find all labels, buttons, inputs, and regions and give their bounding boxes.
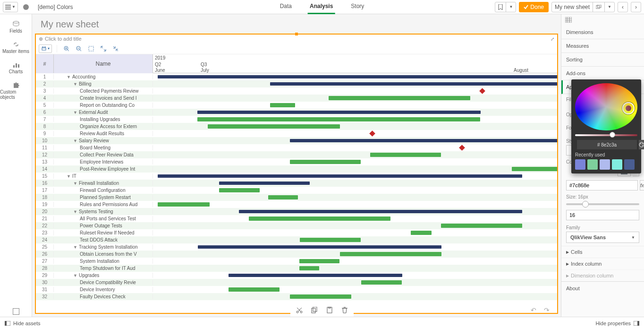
gantt-bar[interactable] (290, 294, 351, 299)
sheet-selector[interactable]: My new sheet ▼ (551, 2, 615, 12)
paste-button[interactable] (326, 307, 333, 313)
next-sheet-button[interactable]: › (631, 2, 641, 12)
gantt-bar[interactable] (158, 174, 522, 178)
table-row[interactable]: 28Temp Shutdown for IT Aud (36, 265, 557, 272)
gantt-bar[interactable] (441, 224, 522, 228)
gantt-bar[interactable] (158, 202, 210, 207)
table-row[interactable]: 21All Ports and Services Test (36, 215, 557, 222)
table-row[interactable]: 2▼Billing (36, 80, 557, 87)
opacity-slider[interactable] (575, 134, 637, 136)
caret-icon[interactable]: ▼ (73, 110, 77, 115)
undo-button[interactable]: ↶ (531, 306, 536, 314)
caret-icon[interactable]: ▼ (73, 139, 77, 143)
gantt-bar[interactable] (219, 188, 260, 192)
prev-sheet-button[interactable]: ‹ (618, 2, 628, 12)
table-icon[interactable] (565, 17, 572, 23)
size-input[interactable] (566, 210, 639, 220)
table-row[interactable]: 7Installing Upgrades (36, 116, 557, 123)
table-row[interactable]: 12Collect Peer Review Data (36, 151, 557, 158)
gantt-bar[interactable] (158, 75, 557, 78)
gantt-bar[interactable] (361, 280, 402, 285)
expand-dimension[interactable]: ▶Dimension column (561, 269, 644, 281)
table-row[interactable]: 17Firewall Configuration (36, 187, 557, 194)
gantt-bar[interactable] (229, 287, 280, 292)
tab-data[interactable]: Data (278, 0, 294, 14)
table-row[interactable]: 13Employee Interviews (36, 158, 557, 165)
gantt-bar[interactable] (290, 160, 361, 164)
table-row[interactable]: 18Planned System Restart (36, 194, 557, 201)
tab-story[interactable]: Story (349, 0, 366, 14)
table-row[interactable]: 31Device Inventory (36, 286, 557, 293)
menu-button[interactable]: ▼ (3, 2, 18, 12)
zoom-in-button[interactable] (62, 44, 71, 53)
caret-icon[interactable]: ▼ (67, 75, 71, 79)
caret-icon[interactable]: ▼ (73, 245, 77, 250)
table-row[interactable]: 5Report on Outstanding Co (36, 102, 557, 109)
milestone-diamond[interactable] (369, 130, 375, 137)
table-row[interactable]: 1▼Accounting (36, 73, 557, 80)
sheet-title[interactable]: My new sheet (32, 14, 561, 34)
milestone-diamond[interactable] (479, 88, 485, 94)
section-addons[interactable]: Add-ons (561, 67, 644, 80)
gantt-bar[interactable] (270, 82, 557, 86)
col-header-name[interactable]: Name (54, 54, 153, 73)
copy-button[interactable] (311, 307, 318, 313)
recent-color-swatch[interactable] (575, 159, 585, 170)
gantt-bar[interactable] (299, 266, 319, 270)
table-row[interactable]: 4Create Invoices and Send I (36, 95, 557, 102)
gantt-bar[interactable] (197, 117, 480, 121)
print-button[interactable]: ▾ (39, 44, 52, 53)
table-row[interactable]: 32Faulty Devices Check (36, 293, 557, 300)
gantt-bar[interactable] (229, 274, 402, 277)
about-section[interactable]: About (561, 281, 644, 295)
section-sorting[interactable]: Sorting (561, 53, 644, 67)
gantt-bar[interactable] (299, 259, 339, 263)
table-row[interactable]: 24Test DDOS Attack (36, 236, 557, 243)
gantt-bar[interactable] (329, 96, 470, 100)
col-header-num[interactable]: # (36, 54, 54, 73)
table-row[interactable]: 6▼External Audit (36, 109, 557, 116)
tab-analysis[interactable]: Analysis (308, 0, 335, 14)
fields-tool[interactable]: Fields (0, 17, 32, 37)
table-row[interactable]: 29▼Upgrades (36, 272, 557, 279)
recent-color-swatch[interactable] (624, 159, 635, 170)
gantt-bar[interactable] (249, 216, 390, 221)
gantt-bar[interactable] (268, 195, 298, 199)
color-wheel[interactable] (575, 83, 637, 130)
cut-button[interactable] (296, 307, 303, 313)
table-row[interactable]: 30Device Compatibility Revie (36, 279, 557, 286)
recent-color-swatch[interactable] (612, 159, 622, 170)
charts-tool[interactable]: Charts (0, 58, 32, 78)
fit-button[interactable] (86, 44, 96, 53)
gantt-bar[interactable] (290, 139, 557, 142)
table-row[interactable]: 20▼Systems Testing (36, 208, 557, 215)
table-row[interactable]: 3Collected Payments Review (36, 87, 557, 95)
recent-color-swatch[interactable] (600, 159, 610, 170)
table-row[interactable]: 23Ruleset Review If Needed (36, 229, 557, 236)
delete-button[interactable] (341, 307, 348, 313)
caret-icon[interactable]: ▼ (73, 273, 77, 278)
gantt-bar[interactable] (512, 167, 557, 171)
size-slider[interactable] (566, 203, 639, 205)
gantt-bar[interactable] (300, 238, 361, 242)
section-measures[interactable]: Measures (561, 39, 644, 53)
family-select[interactable]: QlikView Sans ▼ (566, 232, 639, 243)
section-dimensions[interactable]: Dimensions (561, 26, 644, 39)
table-row[interactable]: 15▼IT (36, 173, 557, 180)
sheet-toggle[interactable] (0, 304, 32, 317)
custom-objects-tool[interactable]: Custom objects (0, 78, 32, 104)
caret-icon[interactable]: ▼ (73, 82, 77, 87)
expand-cells[interactable]: ▶Cells (561, 246, 644, 258)
table-row[interactable]: 9Review Audit Results (36, 130, 557, 137)
table-row[interactable]: 26Obtain Licenses from the V (36, 251, 557, 258)
gantt-bar[interactable] (411, 231, 432, 235)
color-picker-cursor[interactable] (622, 102, 635, 114)
milestone-diamond[interactable] (459, 145, 465, 151)
table-row[interactable]: 10▼Salary Review (36, 137, 557, 144)
table-row[interactable]: 16▼Firewall Installation (36, 180, 557, 187)
gantt-bar[interactable] (198, 245, 441, 249)
table-row[interactable]: 11Board Meeting (36, 144, 557, 151)
palette-button[interactable] (639, 140, 644, 149)
gantt-bar[interactable] (239, 210, 522, 213)
gantt-bar[interactable] (270, 103, 295, 107)
